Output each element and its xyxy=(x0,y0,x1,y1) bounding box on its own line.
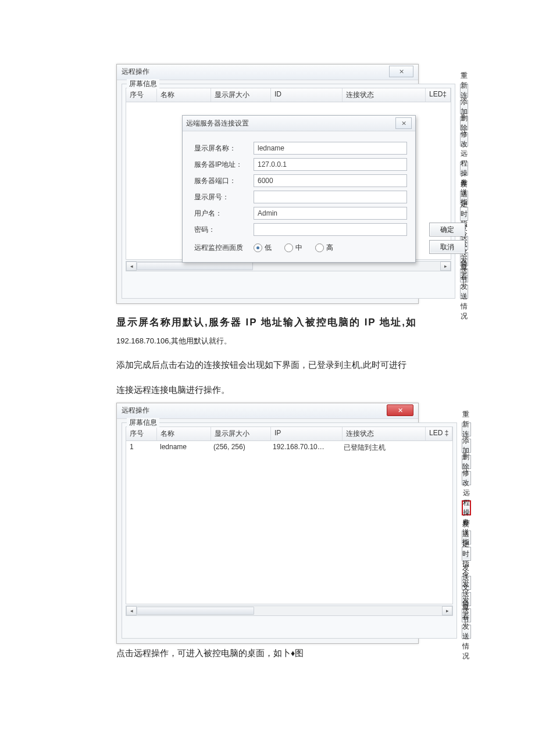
col-name: 名称 xyxy=(157,88,211,102)
window-titlebar: 远程操作 ✕ xyxy=(117,403,418,419)
delete-button[interactable]: 删除 xyxy=(460,116,468,130)
col-size: 显示屏大小 xyxy=(211,427,271,440)
dialog-close-icon[interactable]: ⨯ xyxy=(395,117,412,129)
view-send-button[interactable]: 查看发送情况 xyxy=(460,285,468,299)
send-schedule-button[interactable]: 发送定时指令表 xyxy=(462,547,471,561)
label-server-ip: 服务器IP地址： xyxy=(194,160,250,170)
radio-icon xyxy=(284,243,293,252)
horizontal-scrollbar[interactable]: ◂ ▸ xyxy=(126,605,453,616)
cell-status: 已登陆到主机 xyxy=(340,443,423,453)
add-button[interactable]: 添加 xyxy=(462,439,471,453)
doc-paragraph-1a: 显示屏名称用默认,服务器 IP 地址输入被控电脑的 IP 地址,如 xyxy=(116,314,419,331)
radio-icon xyxy=(315,243,324,252)
doc-paragraph-3: 连接远程连接电脑进行操作。 xyxy=(116,383,419,397)
label-server-port: 服务器端口： xyxy=(194,176,250,186)
close-icon[interactable]: ✕ xyxy=(387,404,413,416)
input-screen-no[interactable] xyxy=(254,191,407,203)
col-led: LED ‡ xyxy=(426,427,452,440)
cell-index: 1 xyxy=(126,443,156,453)
input-password[interactable] xyxy=(254,223,407,236)
side-button-column: 重新连接 添加 删除 修改 远程操作 发送指令 发送定时指令表 发送文件 发送目… xyxy=(462,422,471,639)
label-password: 密码： xyxy=(194,225,250,235)
scroll-left-icon[interactable]: ◂ xyxy=(126,606,137,615)
cancel-button[interactable]: 取消 xyxy=(429,240,465,254)
window-titlebar: 远程操作 ⨯ xyxy=(117,65,418,80)
input-username[interactable]: Admin xyxy=(254,207,407,220)
window-title: 远程操作 xyxy=(122,406,149,415)
label-screen-no: 显示屏号： xyxy=(194,192,250,202)
input-server-port[interactable]: 6000 xyxy=(254,174,407,187)
radio-quality-low[interactable]: 低 xyxy=(254,243,272,253)
send-schedule-button[interactable]: 发送定时指令表 xyxy=(460,207,468,221)
col-led: LED‡ xyxy=(426,88,451,102)
col-name: 名称 xyxy=(157,427,211,440)
col-ip: IP xyxy=(271,427,343,440)
col-status: 连接状态 xyxy=(343,427,426,440)
server-settings-dialog: 远端服务器连接设置 ⨯ 显示屏名称： ledname 服务器IP地址： 127.… xyxy=(182,115,416,263)
fieldset-legend: 屏幕信息 xyxy=(127,418,159,428)
doc-paragraph-1b: 192.168.70.106,其他用默认就行。 xyxy=(116,335,419,347)
col-status: 连接状态 xyxy=(343,88,426,102)
doc-paragraph-4: 点击远程操作，可进入被控电脑的桌面，如卜♦图 xyxy=(116,646,419,661)
modify-button[interactable]: 修改 xyxy=(460,132,468,146)
cell-ip: 192.168.70.10… xyxy=(269,443,340,453)
scroll-right-icon[interactable]: ▸ xyxy=(440,261,451,271)
screenshot-2-window: 远程操作 ✕ 屏幕信息 序号 名称 显示屏大小 IP 连接状态 LED ‡ 1 … xyxy=(116,403,419,644)
label-display-name: 显示屏名称： xyxy=(194,144,250,153)
input-server-ip[interactable]: 127.0.0.1 xyxy=(254,158,407,171)
table-header: 序号 名称 显示屏大小 ID 连接状态 LED‡ xyxy=(126,88,451,102)
remote-op-button[interactable]: 远程操作 xyxy=(462,500,471,515)
screen-info-panel: 屏幕信息 序号 名称 显示屏大小 IP 连接状态 LED ‡ 1 ledname… xyxy=(122,422,457,639)
cell-led xyxy=(423,443,452,453)
side-button-column: 重新连接 添加 删除 修改 远程操作 发送指令 发送定时指令表 发送文件 发送目… xyxy=(460,84,468,299)
radio-icon xyxy=(254,243,262,252)
label-quality: 远程监控画面质 xyxy=(194,243,250,253)
delete-button[interactable]: 删除 xyxy=(462,455,471,469)
screenshot-1-window: 远程操作 ⨯ 屏幕信息 序号 名称 显示屏大小 ID 连接状态 LED‡ xyxy=(116,64,419,304)
dialog-title: 远端服务器连接设置 xyxy=(186,119,249,128)
fieldset-legend: 屏幕信息 xyxy=(127,79,159,89)
input-display-name[interactable]: ledname xyxy=(254,142,407,155)
label-username: 用户名： xyxy=(194,209,250,218)
cell-size: (256, 256) xyxy=(210,443,269,453)
table-body: 1 ledname (256, 256) 192.168.70.10… 已登陆到… xyxy=(126,441,453,604)
add-button[interactable]: 添加 xyxy=(460,100,468,114)
view-send-button[interactable]: 查看发送情况 xyxy=(462,625,471,639)
radio-quality-high[interactable]: 高 xyxy=(315,243,333,253)
col-index: 序号 xyxy=(126,88,157,102)
col-size: 显示屏大小 xyxy=(211,88,271,102)
table-header: 序号 名称 显示屏大小 IP 连接状态 LED ‡ xyxy=(126,427,453,441)
scroll-left-icon[interactable]: ◂ xyxy=(126,261,137,271)
scroll-right-icon[interactable]: ▸ xyxy=(442,606,452,615)
reconnect-button[interactable]: 重新连接 xyxy=(462,422,471,436)
close-icon[interactable]: ⨯ xyxy=(389,66,413,77)
table-body: 远端服务器连接设置 ⨯ 显示屏名称： ledname 服务器IP地址： 127.… xyxy=(126,102,451,260)
cell-name: ledname xyxy=(156,443,210,453)
table-row[interactable]: 1 ledname (256, 256) 192.168.70.10… 已登陆到… xyxy=(126,441,452,454)
window-title: 远程操作 xyxy=(122,67,149,77)
modify-button[interactable]: 修改 xyxy=(462,471,471,485)
reconnect-button[interactable]: 重新连接 xyxy=(460,84,468,98)
screen-info-panel: 屏幕信息 序号 名称 显示屏大小 ID 连接状态 LED‡ 远端服务器连接设置 … xyxy=(122,84,455,299)
ok-button[interactable]: 确定 xyxy=(429,223,465,237)
doc-paragraph-2: 添加完成后点击右边的连接按钮会出现如下界面，已登录到主机,此时可进行 xyxy=(116,358,419,372)
remote-op-button[interactable]: 远程操作 xyxy=(460,162,468,175)
col-id: ID xyxy=(271,88,343,102)
radio-quality-mid[interactable]: 中 xyxy=(284,243,302,253)
col-index: 序号 xyxy=(126,427,157,440)
